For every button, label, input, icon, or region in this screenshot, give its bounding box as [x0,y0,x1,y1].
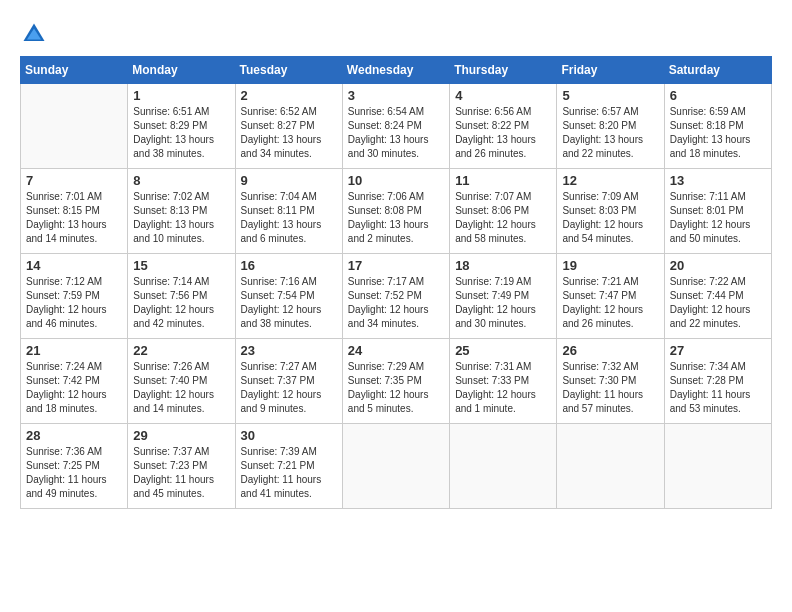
day-number: 11 [455,173,551,188]
logo [20,20,52,48]
weekday-header-row: SundayMondayTuesdayWednesdayThursdayFrid… [21,57,772,84]
calendar-cell: 2Sunrise: 6:52 AM Sunset: 8:27 PM Daylig… [235,84,342,169]
day-info: Sunrise: 7:24 AM Sunset: 7:42 PM Dayligh… [26,360,122,416]
calendar-cell: 10Sunrise: 7:06 AM Sunset: 8:08 PM Dayli… [342,169,449,254]
calendar-cell: 19Sunrise: 7:21 AM Sunset: 7:47 PM Dayli… [557,254,664,339]
calendar-table: SundayMondayTuesdayWednesdayThursdayFrid… [20,56,772,509]
day-info: Sunrise: 7:27 AM Sunset: 7:37 PM Dayligh… [241,360,337,416]
day-info: Sunrise: 6:56 AM Sunset: 8:22 PM Dayligh… [455,105,551,161]
week-row-5: 28Sunrise: 7:36 AM Sunset: 7:25 PM Dayli… [21,424,772,509]
day-number: 24 [348,343,444,358]
day-number: 8 [133,173,229,188]
day-info: Sunrise: 6:59 AM Sunset: 8:18 PM Dayligh… [670,105,766,161]
day-info: Sunrise: 7:12 AM Sunset: 7:59 PM Dayligh… [26,275,122,331]
day-number: 30 [241,428,337,443]
day-info: Sunrise: 7:34 AM Sunset: 7:28 PM Dayligh… [670,360,766,416]
calendar-cell: 24Sunrise: 7:29 AM Sunset: 7:35 PM Dayli… [342,339,449,424]
calendar-cell: 14Sunrise: 7:12 AM Sunset: 7:59 PM Dayli… [21,254,128,339]
page-header [20,20,772,48]
header-sunday: Sunday [21,57,128,84]
day-info: Sunrise: 6:54 AM Sunset: 8:24 PM Dayligh… [348,105,444,161]
day-info: Sunrise: 6:51 AM Sunset: 8:29 PM Dayligh… [133,105,229,161]
calendar-cell: 25Sunrise: 7:31 AM Sunset: 7:33 PM Dayli… [450,339,557,424]
day-info: Sunrise: 7:06 AM Sunset: 8:08 PM Dayligh… [348,190,444,246]
day-info: Sunrise: 7:36 AM Sunset: 7:25 PM Dayligh… [26,445,122,501]
day-info: Sunrise: 7:14 AM Sunset: 7:56 PM Dayligh… [133,275,229,331]
day-number: 14 [26,258,122,273]
day-number: 1 [133,88,229,103]
header-friday: Friday [557,57,664,84]
calendar-cell: 3Sunrise: 6:54 AM Sunset: 8:24 PM Daylig… [342,84,449,169]
day-number: 13 [670,173,766,188]
week-row-4: 21Sunrise: 7:24 AM Sunset: 7:42 PM Dayli… [21,339,772,424]
week-row-3: 14Sunrise: 7:12 AM Sunset: 7:59 PM Dayli… [21,254,772,339]
day-info: Sunrise: 7:21 AM Sunset: 7:47 PM Dayligh… [562,275,658,331]
day-number: 20 [670,258,766,273]
day-number: 29 [133,428,229,443]
day-info: Sunrise: 7:29 AM Sunset: 7:35 PM Dayligh… [348,360,444,416]
calendar-cell: 5Sunrise: 6:57 AM Sunset: 8:20 PM Daylig… [557,84,664,169]
day-number: 9 [241,173,337,188]
week-row-2: 7Sunrise: 7:01 AM Sunset: 8:15 PM Daylig… [21,169,772,254]
day-info: Sunrise: 7:04 AM Sunset: 8:11 PM Dayligh… [241,190,337,246]
day-info: Sunrise: 7:01 AM Sunset: 8:15 PM Dayligh… [26,190,122,246]
day-number: 25 [455,343,551,358]
calendar-cell: 21Sunrise: 7:24 AM Sunset: 7:42 PM Dayli… [21,339,128,424]
calendar-cell: 16Sunrise: 7:16 AM Sunset: 7:54 PM Dayli… [235,254,342,339]
calendar-cell [21,84,128,169]
week-row-1: 1Sunrise: 6:51 AM Sunset: 8:29 PM Daylig… [21,84,772,169]
day-info: Sunrise: 7:19 AM Sunset: 7:49 PM Dayligh… [455,275,551,331]
calendar-cell [664,424,771,509]
day-number: 23 [241,343,337,358]
calendar-cell: 17Sunrise: 7:17 AM Sunset: 7:52 PM Dayli… [342,254,449,339]
day-number: 18 [455,258,551,273]
day-number: 5 [562,88,658,103]
day-info: Sunrise: 7:26 AM Sunset: 7:40 PM Dayligh… [133,360,229,416]
calendar-cell: 1Sunrise: 6:51 AM Sunset: 8:29 PM Daylig… [128,84,235,169]
calendar-cell: 29Sunrise: 7:37 AM Sunset: 7:23 PM Dayli… [128,424,235,509]
day-info: Sunrise: 7:02 AM Sunset: 8:13 PM Dayligh… [133,190,229,246]
calendar-cell [450,424,557,509]
calendar-cell: 6Sunrise: 6:59 AM Sunset: 8:18 PM Daylig… [664,84,771,169]
calendar-cell: 4Sunrise: 6:56 AM Sunset: 8:22 PM Daylig… [450,84,557,169]
calendar-cell: 8Sunrise: 7:02 AM Sunset: 8:13 PM Daylig… [128,169,235,254]
calendar-cell [342,424,449,509]
day-number: 12 [562,173,658,188]
calendar-cell: 30Sunrise: 7:39 AM Sunset: 7:21 PM Dayli… [235,424,342,509]
day-number: 6 [670,88,766,103]
header-monday: Monday [128,57,235,84]
calendar-cell: 28Sunrise: 7:36 AM Sunset: 7:25 PM Dayli… [21,424,128,509]
day-number: 10 [348,173,444,188]
day-info: Sunrise: 7:22 AM Sunset: 7:44 PM Dayligh… [670,275,766,331]
calendar-cell: 15Sunrise: 7:14 AM Sunset: 7:56 PM Dayli… [128,254,235,339]
day-number: 4 [455,88,551,103]
day-info: Sunrise: 7:09 AM Sunset: 8:03 PM Dayligh… [562,190,658,246]
day-info: Sunrise: 6:57 AM Sunset: 8:20 PM Dayligh… [562,105,658,161]
day-number: 27 [670,343,766,358]
day-number: 2 [241,88,337,103]
logo-icon [20,20,48,48]
header-saturday: Saturday [664,57,771,84]
day-info: Sunrise: 7:11 AM Sunset: 8:01 PM Dayligh… [670,190,766,246]
day-number: 7 [26,173,122,188]
calendar-cell [557,424,664,509]
day-number: 15 [133,258,229,273]
day-number: 3 [348,88,444,103]
calendar-cell: 9Sunrise: 7:04 AM Sunset: 8:11 PM Daylig… [235,169,342,254]
calendar-cell: 20Sunrise: 7:22 AM Sunset: 7:44 PM Dayli… [664,254,771,339]
calendar-cell: 12Sunrise: 7:09 AM Sunset: 8:03 PM Dayli… [557,169,664,254]
day-info: Sunrise: 7:16 AM Sunset: 7:54 PM Dayligh… [241,275,337,331]
calendar-cell: 22Sunrise: 7:26 AM Sunset: 7:40 PM Dayli… [128,339,235,424]
day-number: 21 [26,343,122,358]
header-wednesday: Wednesday [342,57,449,84]
calendar-cell: 13Sunrise: 7:11 AM Sunset: 8:01 PM Dayli… [664,169,771,254]
day-info: Sunrise: 7:31 AM Sunset: 7:33 PM Dayligh… [455,360,551,416]
header-thursday: Thursday [450,57,557,84]
day-info: Sunrise: 7:37 AM Sunset: 7:23 PM Dayligh… [133,445,229,501]
calendar-cell: 23Sunrise: 7:27 AM Sunset: 7:37 PM Dayli… [235,339,342,424]
day-number: 19 [562,258,658,273]
calendar-cell: 27Sunrise: 7:34 AM Sunset: 7:28 PM Dayli… [664,339,771,424]
day-number: 16 [241,258,337,273]
day-number: 28 [26,428,122,443]
day-info: Sunrise: 7:39 AM Sunset: 7:21 PM Dayligh… [241,445,337,501]
